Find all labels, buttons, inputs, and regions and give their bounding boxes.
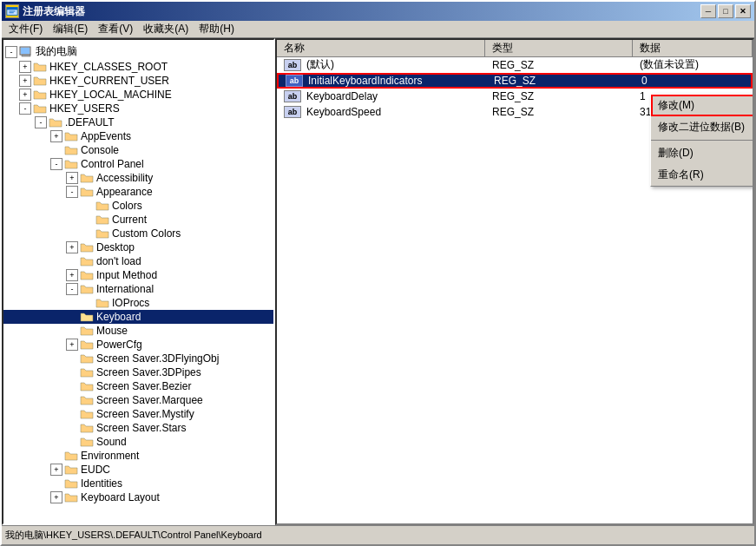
expander-hku[interactable]: - [19,102,31,115]
minimize-button[interactable]: ─ [700,4,716,18]
ctx-item-delete[interactable]: 删除(D) [651,142,754,164]
menu-view[interactable]: 查看(V) [93,20,138,38]
tree-item-hkcu[interactable]: + HKEY_CURRENT_USER [3,74,273,88]
menu-edit[interactable]: 编辑(E) [48,20,93,38]
context-menu: 修改(M) 修改二进位数据(B) 删除(D) 重命名(R) [650,94,754,187]
tree-label-current: Current [112,214,147,226]
tree-item-hklm[interactable]: + HKEY_LOCAL_MACHINE [3,88,273,102]
tree-item-ss3dflying[interactable]: Screen Saver.3DFlyingObj [3,352,273,365]
expander-mypc[interactable]: - [5,46,17,58]
tree-label-appevents: AppEvents [81,130,131,142]
col-header-data[interactable]: 数据 [633,40,753,56]
tree-item-hku[interactable]: - HKEY_USERS [3,102,273,115]
ctx-item-modify[interactable]: 修改(M) [651,95,754,116]
tree-item-inputmethod[interactable]: + Input Method [3,268,273,282]
tree-item-ioprocs[interactable]: IOProcs [3,296,273,310]
folder-icon-hklm [33,89,47,101]
folder-icon-default [49,116,62,128]
tree-item-powercfg[interactable]: + PowerCfg [3,338,273,352]
expander-hklm[interactable]: + [19,89,31,101]
tree-item-hkcr[interactable]: + HKEY_CLASSES_ROOT [3,60,273,74]
tree-item-ssstars[interactable]: Screen Saver.Stars [3,421,273,435]
tree-item-ss3dpipes[interactable]: Screen Saver.3DPipes [3,365,273,379]
tree-item-appearance[interactable]: - Appearance [3,185,273,199]
tree-item-ssbezier[interactable]: Screen Saver.Bezier [3,379,273,393]
folder-icon-sound [80,436,94,448]
folder-icon-hku [33,102,47,115]
expander-appearance[interactable]: - [66,186,78,198]
menu-file[interactable]: 文件(F) [3,20,48,38]
tree-item-accessibility[interactable]: + Accessibility [3,171,273,185]
maximize-button[interactable]: □ [718,4,733,18]
tree-label-hkcu: HKEY_CURRENT_USER [49,75,169,87]
expander-inputmethod[interactable]: + [66,269,78,281]
reg-sz-icon: ab [284,90,301,102]
tree-item-colors[interactable]: Colors [3,199,273,213]
table-row[interactable]: ab InitialKeyboardIndicators REG_SZ 0 [277,73,753,89]
tree-item-default[interactable]: - .DEFAULT [3,115,273,129]
data-cell-name: ab InitialKeyboardIndicators [279,74,487,88]
menu-help[interactable]: 帮助(H) [194,20,240,38]
tree-item-keyboard[interactable]: Keyboard [3,310,273,324]
tree-item-environment[interactable]: Environment [3,449,273,463]
tree-label-desktop: Desktop [96,241,135,253]
data-cell-type: REG_SZ [485,89,633,103]
tree-label-ioprocs: IOProcs [112,297,149,309]
folder-icon-ssbezier [80,380,94,392]
tree-item-international[interactable]: - International [3,282,273,296]
expander-powercfg[interactable]: + [66,339,78,351]
folder-icon-desktop [80,241,94,253]
expander-accessibility[interactable]: + [66,172,78,184]
data-cell-type: REG_SZ [485,105,633,119]
menu-favorites[interactable]: 收藏夹(A) [138,20,194,38]
reg-sz-icon: ab [284,59,301,71]
tree-label-ss3dpipes: Screen Saver.3DPipes [96,366,201,378]
tree-item-ssmarquee[interactable]: Screen Saver.Marquee [3,393,273,407]
tree-label-hkcr: HKEY_CLASSES_ROOT [49,61,168,73]
tree-item-keyboardlayout[interactable]: + Keyboard Layout [3,490,273,504]
folder-icon-dontload [80,255,94,267]
expander-hkcr[interactable]: + [19,61,31,73]
tree-item-console[interactable]: Console [3,143,273,157]
ctx-item-modify-binary[interactable]: 修改二进位数据(B) [651,116,754,138]
expander-hkcu[interactable]: + [19,75,31,87]
svg-rect-6 [22,55,30,56]
ctx-item-rename[interactable]: 重命名(R) [651,164,754,186]
col-header-type[interactable]: 类型 [485,40,633,56]
tree-label-appearance: Appearance [96,186,153,198]
tree-item-controlpanel[interactable]: - Control Panel [3,157,273,171]
tree-item-ssmystify[interactable]: Screen Saver.Mystify [3,407,273,421]
expander-eudc[interactable]: + [50,464,62,476]
tree-item-sound[interactable]: Sound [3,435,273,449]
close-button[interactable]: ✕ [735,4,751,18]
folder-icon-international [80,283,94,295]
folder-icon-customcolors [95,227,109,240]
tree-panel[interactable]: - 我的电脑 + HKEY_ [2,38,275,525]
right-panel: 名称 类型 数据 ab (默认) REG_SZ [275,38,754,525]
expander-appevents[interactable]: + [50,130,62,142]
expander-desktop[interactable]: + [66,241,78,253]
expander-keyboardlayout[interactable]: + [50,491,62,503]
expander-default[interactable]: - [35,116,47,128]
tree-item-customcolors[interactable]: Custom Colors [3,227,273,240]
tree-item-mypc[interactable]: - 我的电脑 [3,43,273,60]
svg-rect-1 [7,8,17,10]
status-bar: 我的电脑\HKEY_USERS\.DEFAULT\Control Panel\K… [2,525,754,544]
tree-item-mouse[interactable]: Mouse [3,324,273,338]
expander-international[interactable]: - [66,283,78,295]
tree-item-dontload[interactable]: don't load [3,254,273,268]
table-row[interactable]: ab (默认) REG_SZ (数值未设置) [277,57,753,73]
svg-rect-5 [21,48,30,54]
tree-label-powercfg: PowerCfg [96,339,142,351]
folder-icon-keyboardlayout [64,491,78,503]
folder-icon-current [95,214,109,226]
tree-item-appevents[interactable]: + AppEvents [3,129,273,143]
col-header-name[interactable]: 名称 [277,40,485,56]
expander-controlpanel[interactable]: - [50,158,62,170]
tree-item-eudc[interactable]: + EUDC [3,463,273,477]
title-bar: 注册表编辑器 ─ □ ✕ [2,2,754,21]
tree-item-desktop[interactable]: + Desktop [3,240,273,254]
tree-item-current[interactable]: Current [3,213,273,227]
tree-content: - 我的电脑 + HKEY_ [3,40,273,508]
tree-item-identities[interactable]: Identities [3,477,273,490]
